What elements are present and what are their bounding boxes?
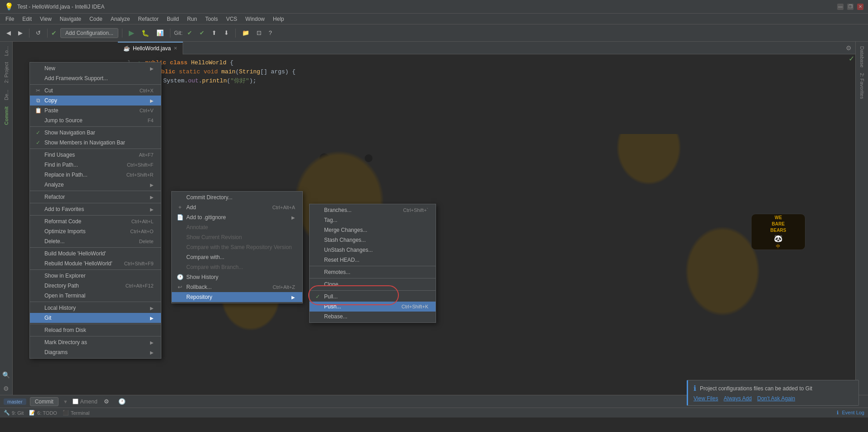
sidebar-tab-de[interactable]: De... <box>2 87 11 103</box>
ctx-git-add-gitignore[interactable]: 📄 Add to .gitignore ▶ <box>172 212 302 222</box>
ctx-repo-push[interactable]: Push... Ctrl+Shift+K <box>310 302 436 312</box>
toolbar-refresh[interactable]: ↺ <box>33 28 44 38</box>
git-pull[interactable]: ⬇ <box>221 28 232 38</box>
ctx-paste[interactable]: 📋 Paste Ctrl+V <box>30 106 161 115</box>
sidebar-tab-favorites[interactable]: 2: Favorites <box>858 70 867 101</box>
maximize-button[interactable]: ❐ <box>847 4 853 10</box>
ctx-refactor[interactable]: Refactor ▶ <box>30 192 161 202</box>
event-log-label[interactable]: Event Log <box>842 410 864 415</box>
menu-tools[interactable]: Tools <box>202 15 222 23</box>
ctx-find-usages[interactable]: Find Usages Alt+F7 <box>30 150 161 160</box>
ctx-git-rollback[interactable]: ↩ Rollback... Ctrl+Alt+Z <box>172 282 302 292</box>
sidebar-tab-icon2[interactable]: ⚙ <box>1 382 11 395</box>
status-terminal[interactable]: ⬛ Terminal <box>63 410 90 416</box>
menu-code[interactable]: Code <box>86 15 106 23</box>
ctx-open-terminal[interactable]: Open in Terminal <box>30 291 161 301</box>
ctx-reload[interactable]: Reload from Disk <box>30 325 161 335</box>
commit-history-btn[interactable]: 🕐 <box>116 397 128 406</box>
git-check-2[interactable]: ✔ <box>197 28 207 38</box>
ctx-find-in-path[interactable]: Find in Path... Ctrl+Shift+F <box>30 160 161 170</box>
toolbar-help[interactable]: ? <box>266 28 275 38</box>
ctx-replace-in-path[interactable]: Replace in Path... Ctrl+Shift+R <box>30 170 161 180</box>
ctx-repo-tag[interactable]: Tag... <box>310 215 436 225</box>
git-check-1[interactable]: ✔ <box>184 28 195 38</box>
ctx-rollback-icon: ↩ <box>176 284 184 290</box>
ctx-repo-branches[interactable]: Branches... Ctrl+Shift+` <box>310 205 436 215</box>
ctx-repo-clone[interactable]: Clone... <box>310 279 436 289</box>
toolbar-forward[interactable]: ▶ <box>15 28 25 38</box>
ctx-copy[interactable]: ⧉ Copy ▶ <box>30 96 161 106</box>
ctx-jump-to-source[interactable]: Jump to Source F4 <box>30 115 161 125</box>
ctx-git[interactable]: Git ▶ <box>30 313 161 323</box>
ctx-git-add[interactable]: + Add Ctrl+Alt+A <box>172 202 302 212</box>
ctx-analyze[interactable]: Analyze ▶ <box>30 180 161 190</box>
code-editor[interactable]: 1 ▶ public class HelloWorld { 2 ▶ public… <box>118 54 855 134</box>
git-push[interactable]: ⬆ <box>209 28 219 38</box>
ctx-git-show-history[interactable]: 🕐 Show History <box>172 272 302 282</box>
ctx-git-repository[interactable]: Repository ▶ <box>172 292 302 302</box>
menu-analyze[interactable]: Analyze <box>107 15 134 23</box>
ctx-show-nav-bar[interactable]: ✓ Show Navigation Bar <box>30 128 161 138</box>
tab-helloworld[interactable]: ☕ HelloWorld.java ✕ <box>118 42 183 54</box>
menu-view[interactable]: View <box>36 15 55 23</box>
notification-dont-ask[interactable]: Don't Ask Again <box>757 395 795 402</box>
ctx-git-commit-dir[interactable]: Commit Directory... <box>172 192 302 202</box>
ctx-new[interactable]: New ▶ <box>30 63 161 73</box>
sidebar-tab-commit[interactable]: Commit <box>2 104 11 128</box>
notification-always-add[interactable]: Always Add <box>723 395 752 402</box>
ctx-repo-unstash[interactable]: UnStash Changes... <box>310 245 436 255</box>
menu-file[interactable]: File <box>2 15 18 23</box>
status-git[interactable]: 🔧 9: Git <box>4 410 24 416</box>
sidebar-tab-icon1[interactable]: 🔍 <box>0 369 12 381</box>
tab-settings-button[interactable]: ⚙ <box>842 44 855 52</box>
ctx-delete[interactable]: Delete... Delete <box>30 236 161 246</box>
ctx-local-history[interactable]: Local History ▶ <box>30 303 161 313</box>
ctx-mark-dir[interactable]: Mark Directory as ▶ <box>30 337 161 347</box>
toolbar-run[interactable]: ▶ <box>126 27 137 38</box>
ctx-repo-reset[interactable]: Reset HEAD... <box>310 255 436 265</box>
commit-dropdown-arrow[interactable]: ▼ <box>63 399 68 404</box>
ctx-repo-rebase[interactable]: Rebase... <box>310 312 436 322</box>
menu-window[interactable]: Window <box>242 15 268 23</box>
menu-help[interactable]: Help <box>269 15 288 23</box>
ctx-build-module[interactable]: Build Module 'HelloWorld' <box>30 249 161 259</box>
ctx-show-members[interactable]: ✓ Show Members in Navigation Bar <box>30 138 161 148</box>
add-configuration-button[interactable]: Add Configuration... <box>60 28 118 38</box>
menu-navigate[interactable]: Navigate <box>56 15 85 23</box>
menu-edit[interactable]: Edit <box>19 15 35 23</box>
toolbar-settings-layout[interactable]: ⊡ <box>254 28 264 38</box>
ctx-reformat[interactable]: Reformat Code Ctrl+Alt+L <box>30 216 161 226</box>
minimize-button[interactable]: — <box>837 4 844 10</box>
ctx-rebuild-module[interactable]: Rebuild Module 'HelloWorld' Ctrl+Shift+F… <box>30 259 161 269</box>
tab-close-button[interactable]: ✕ <box>174 46 177 51</box>
toolbar-debug[interactable]: 🐛 <box>139 28 152 38</box>
ctx-optimize-imports[interactable]: Optimize Imports Ctrl+Alt+O <box>30 226 161 236</box>
ctx-cut[interactable]: ✂ Cut Ctrl+X <box>30 86 161 96</box>
commit-settings-btn[interactable]: ⚙ <box>101 397 112 406</box>
amend-checkbox[interactable] <box>73 398 78 404</box>
ctx-directory-path[interactable]: Directory Path Ctrl+Alt+F12 <box>30 281 161 291</box>
sidebar-tab-local[interactable]: Lo... <box>2 43 11 58</box>
menu-run[interactable]: Run <box>184 15 201 23</box>
toolbar-coverage[interactable]: 📊 <box>154 28 166 38</box>
sidebar-tab-database[interactable]: Database <box>858 43 867 70</box>
ctx-git-compare-with[interactable]: Compare with... <box>172 252 302 262</box>
ctx-add-favorites[interactable]: Add to Favorites ▶ <box>30 204 161 214</box>
ctx-diagrams[interactable]: Diagrams ▶ <box>30 347 161 357</box>
ctx-repo-pull[interactable]: ✓ Pull... <box>310 292 436 302</box>
ctx-repo-stash[interactable]: Stash Changes... <box>310 235 436 245</box>
toolbar-back[interactable]: ◀ <box>4 28 14 38</box>
ctx-repo-merge[interactable]: Merge Changes... <box>310 225 436 235</box>
close-button[interactable]: ✕ <box>857 4 863 10</box>
commit-button[interactable]: Commit <box>30 397 58 406</box>
menu-build[interactable]: Build <box>163 15 183 23</box>
sidebar-tab-project[interactable]: 2: Project <box>2 59 11 86</box>
menu-vcs[interactable]: VCS <box>223 15 241 23</box>
notification-view-files[interactable]: View Files <box>693 395 718 402</box>
menu-refactor[interactable]: Refactor <box>135 15 162 23</box>
toolbar-open-files[interactable]: 📁 <box>239 28 252 38</box>
ctx-show-in-explorer[interactable]: Show in Explorer <box>30 271 161 281</box>
status-todo[interactable]: 📝 6: TODO <box>29 410 57 416</box>
ctx-add-framework[interactable]: Add Framework Support... <box>30 73 161 83</box>
ctx-repo-remotes[interactable]: Remotes... <box>310 267 436 277</box>
